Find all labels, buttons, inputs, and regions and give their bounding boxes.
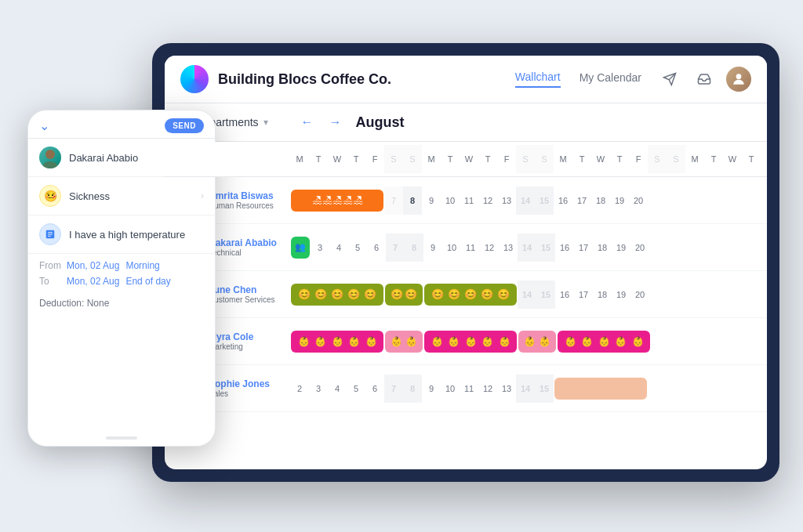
back-icon[interactable]: ⌄ — [39, 118, 49, 133]
calendar-header-row: M T W T F S S M T W T F S S M T W — [165, 142, 767, 177]
day-T4: T — [478, 145, 497, 173]
date-section: From Mon, 02 Aug Morning To Mon, 02 Aug … — [28, 254, 215, 295]
emp-name-sophie[interactable]: Sophie Jones — [209, 378, 290, 389]
app-header: Building Blocs Coffee Co. Wallchart My C… — [165, 56, 767, 103]
prev-month-button[interactable]: ← — [296, 111, 318, 133]
svg-point-2 — [736, 74, 742, 79]
june-leave-block2: 😊 😊 — [385, 284, 423, 306]
send-icon[interactable] — [657, 67, 682, 92]
from-time-value[interactable]: Morning — [125, 260, 159, 271]
reason-section: I have a high temperature — [28, 215, 215, 254]
amrita-leave-block: 🏖 🏖 🏖 🏖 🏖 — [291, 190, 383, 212]
phone-scrollbar — [28, 436, 215, 440]
month-navigation: ← → August — [296, 111, 405, 133]
emp-name-dakarai[interactable]: Dakarai Ababio — [209, 237, 290, 248]
reason-row[interactable]: I have a high temperature — [28, 215, 215, 253]
emp-dept-amrita: Human Resources — [209, 201, 290, 210]
table-row: June Chen Customer Services 😊 😊 😊 😊 😊 — [165, 271, 767, 318]
day-T3: T — [441, 145, 460, 173]
from-date-value[interactable]: Mon, 02 Aug — [67, 260, 119, 271]
phone-employee-avatar — [39, 147, 61, 168]
day-M4: M — [685, 145, 704, 173]
day-F2: F — [497, 145, 516, 173]
day-F4: F — [761, 145, 767, 173]
app-title: Building Blocs Coffee Co. — [218, 71, 391, 88]
day-T1: T — [309, 145, 328, 173]
phone-category: Sickness — [69, 190, 201, 202]
tab-wallchart[interactable]: Wallchart — [515, 71, 561, 88]
send-button[interactable]: SEND — [165, 118, 204, 133]
sophie-dates: 2 3 4 5 6 7 8 9 10 11 12 13 14 15 — [290, 375, 767, 403]
day-S3: S — [516, 145, 535, 173]
emp-dept-sophie: Sales — [209, 389, 290, 398]
day-T2: T — [347, 145, 365, 173]
emp-dept-june: Customer Services — [209, 295, 290, 304]
emp-name-myra[interactable]: Myra Cole — [209, 331, 290, 342]
category-row[interactable]: 🤒 Sickness › — [28, 177, 215, 215]
june-dates: 😊 😊 😊 😊 😊 😊 😊 😊 😊 😊 😊 — [290, 280, 767, 309]
table-row: Sophie Jones Sales 2 3 4 5 6 7 8 9 10 11… — [165, 365, 767, 412]
emp-name-amrita[interactable]: Amrita Biswas — [209, 190, 290, 201]
wallchart-body: M T W T F S S M T W T F S S M T W — [165, 142, 767, 469]
day-W3: W — [591, 145, 610, 173]
toolbar: All Departments ▾ ← → August — [165, 103, 767, 142]
june-leave-block1: 😊 😊 😊 😊 😊 — [291, 284, 383, 306]
reason-icon — [39, 223, 61, 245]
emp-details-sophie: Sophie Jones Sales — [209, 378, 290, 398]
row-chevron-icon-2: › — [201, 190, 204, 201]
myra-leave-block2: 👶 👶 — [385, 331, 423, 353]
to-date-value[interactable]: Mon, 02 Aug — [67, 276, 119, 287]
nav-tabs: Wallchart My Calendar — [515, 71, 641, 88]
myra-leave-block1: 👶 👶 👶 👶 👶 — [291, 331, 383, 353]
to-date-row: To Mon, 02 Aug End of day — [39, 276, 204, 287]
next-month-button[interactable]: → — [325, 111, 347, 133]
day-S6: S — [667, 145, 685, 173]
day-S5: S — [648, 145, 667, 173]
deduction-row: Deduction: None — [28, 295, 215, 317]
inbox-icon[interactable] — [692, 67, 717, 92]
day-S4: S — [535, 145, 554, 173]
day-F1: F — [365, 145, 384, 173]
day-T5: T — [572, 145, 591, 173]
emp-dept-myra: Marketing — [209, 342, 290, 351]
current-month: August — [356, 114, 405, 131]
day-T7: T — [704, 145, 723, 173]
myra-leave-block4: 👶 👶 — [518, 331, 556, 353]
emp-details-myra: Myra Cole Marketing — [209, 331, 290, 351]
tablet-screen: Building Blocs Coffee Co. Wallchart My C… — [165, 56, 767, 469]
from-label: From — [39, 260, 67, 271]
to-label: To — [39, 276, 67, 287]
emp-details-amrita: Amrita Biswas Human Resources — [209, 190, 290, 210]
day-W4: W — [723, 145, 742, 173]
day-M1: M — [290, 145, 309, 173]
emp-name-june[interactable]: June Chen — [209, 284, 290, 295]
tab-my-calendar[interactable]: My Calendar — [580, 71, 641, 87]
day-S1: S — [384, 145, 403, 173]
to-time-value[interactable]: End of day — [125, 276, 170, 287]
amrita-dates: 🏖 🏖 🏖 🏖 🏖 7 8 9 10 11 12 13 14 15 16 — [290, 186, 767, 215]
company-logo — [180, 65, 209, 93]
day-W1: W — [328, 145, 347, 173]
june-leave-block3: 😊 😊 😊 😊 😊 — [424, 284, 517, 306]
day-M2: M — [422, 145, 441, 173]
header-icons — [657, 67, 751, 92]
dakarai-wfh-block: 👥 — [291, 237, 310, 259]
scrollbar-track — [106, 436, 137, 440]
table-row: Myra Cole Marketing 👶 👶 👶 👶 👶 👶 — [165, 318, 767, 365]
phone-reason: I have a high temperature — [69, 229, 204, 241]
dept-dropdown-arrow: ▾ — [263, 117, 268, 128]
table-row: Dakarai Ababio Technical 👥 3 4 5 6 7 8 9 — [165, 224, 767, 271]
myra-leave-block3: 👶 👶 👶 👶 👶 — [424, 331, 517, 353]
deduction-text: Deduction: None — [39, 298, 109, 309]
day-M3: M — [554, 145, 572, 173]
myra-leave-block5: 👶 👶 👶 👶 👶 — [558, 331, 650, 353]
user-avatar[interactable] — [726, 67, 751, 92]
emp-details-dakarai: Dakarai Ababio Technical — [209, 237, 290, 257]
table-row: Amrita Biswas Human Resources 🏖 🏖 🏖 🏖 🏖 … — [165, 177, 767, 224]
sophie-leave-block — [554, 378, 647, 400]
sickness-icon: 🤒 — [39, 185, 61, 207]
day-S2: S — [403, 145, 422, 173]
category-section: 🤒 Sickness › — [28, 177, 215, 215]
dakarai-dates: 👥 3 4 5 6 7 8 9 10 11 12 13 14 15 16 1 — [290, 233, 767, 262]
day-T6: T — [610, 145, 629, 173]
